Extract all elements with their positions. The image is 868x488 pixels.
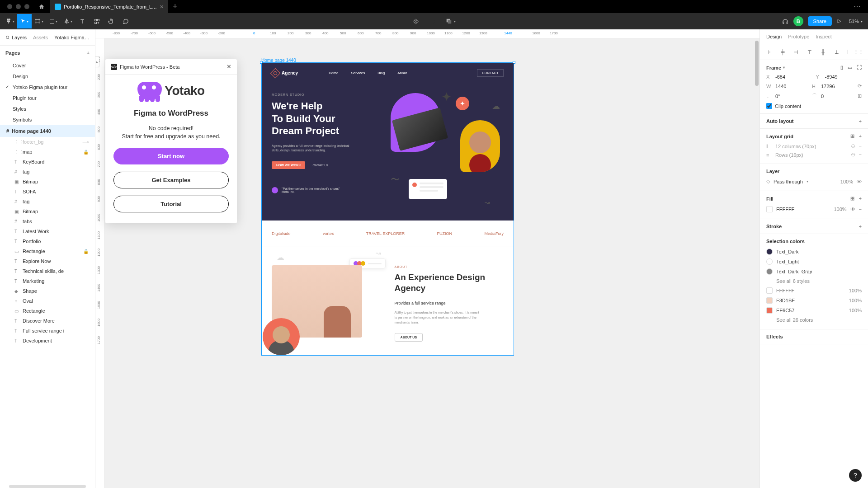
- nav-link[interactable]: About: [397, 71, 407, 75]
- fill-swatch[interactable]: [766, 206, 773, 212]
- layer-item[interactable]: ◆Shape: [0, 286, 95, 296]
- home-tab[interactable]: [35, 0, 48, 13]
- layer-item[interactable]: #tag: [0, 167, 95, 177]
- tutorial-button[interactable]: Tutorial: [113, 196, 229, 212]
- assets-tab[interactable]: Assets: [33, 35, 48, 40]
- prototype-tab[interactable]: Prototype: [788, 34, 809, 39]
- orient-icon[interactable]: ▭: [848, 65, 852, 70]
- constrain-icon[interactable]: ⟳: [858, 83, 862, 89]
- resources-tool[interactable]: [90, 14, 104, 28]
- layer-opacity[interactable]: 100%: [840, 179, 853, 184]
- y-field[interactable]: -8949: [825, 74, 838, 80]
- component-icon[interactable]: [412, 18, 419, 25]
- sc-swatch-2[interactable]: [766, 258, 773, 265]
- design-tab[interactable]: Design: [766, 34, 782, 39]
- sc-name-1[interactable]: Text_Dark: [776, 249, 799, 254]
- page-item[interactable]: Symbols: [0, 114, 95, 125]
- layer-item[interactable]: ○Oval: [0, 296, 95, 306]
- h-field[interactable]: 17296: [821, 84, 835, 89]
- see-all-colors[interactable]: See all 26 colors: [776, 317, 813, 323]
- cta-secondary[interactable]: Contact Us: [312, 164, 328, 167]
- distribute-icon[interactable]: ⋮⋮: [855, 49, 862, 55]
- plugin-close-icon[interactable]: ✕: [226, 63, 231, 70]
- artboard[interactable]: Agency HomeServicesBlogAbout CONTACT MOD…: [261, 62, 514, 356]
- inspect-tab[interactable]: Inspect: [816, 34, 831, 39]
- headphones-icon[interactable]: [782, 18, 789, 25]
- align-hcenter-icon[interactable]: ╪: [780, 49, 786, 55]
- grid-hide-icon-2[interactable]: ⦵: [851, 152, 855, 158]
- fill-opacity[interactable]: 100%: [834, 206, 846, 212]
- w-field[interactable]: 1440: [775, 84, 786, 89]
- layer-item[interactable]: TLatest Work: [0, 226, 95, 236]
- layer-visible-icon[interactable]: 👁: [857, 179, 862, 184]
- grid-hide-icon[interactable]: ⦵: [851, 143, 855, 149]
- fill-styles-icon[interactable]: ⊞: [850, 196, 854, 202]
- align-top-icon[interactable]: ⊤: [807, 49, 813, 55]
- radius-detail-icon[interactable]: ⊞: [858, 93, 862, 99]
- layer-item[interactable]: ⋮⋮footer_bg⟶: [0, 137, 95, 147]
- add-autolayout-icon[interactable]: +: [859, 118, 862, 124]
- boolean-icon[interactable]: ▾: [446, 18, 456, 24]
- fill-visible-icon[interactable]: 👁: [850, 206, 855, 212]
- fill-hex[interactable]: FFFFFF: [776, 206, 794, 212]
- scol-hex-3[interactable]: EF6C57: [776, 308, 794, 313]
- nav-link[interactable]: Home: [329, 71, 338, 75]
- align-left-icon[interactable]: ⊦: [766, 49, 773, 55]
- doc-name[interactable]: Yotako Figma p…: [54, 35, 90, 40]
- page-item[interactable]: Yotako Figma plugin tour: [0, 82, 95, 93]
- add-page-button[interactable]: +: [87, 50, 90, 56]
- add-tab-button[interactable]: +: [168, 2, 182, 11]
- hand-tool[interactable]: [104, 14, 118, 28]
- add-fill-icon[interactable]: +: [859, 196, 862, 202]
- layer-item[interactable]: TMarketing: [0, 276, 95, 286]
- radius-field[interactable]: 0: [821, 94, 824, 99]
- start-now-button[interactable]: Start now: [113, 148, 229, 164]
- layer-scrollbar[interactable]: [9, 485, 86, 488]
- align-bottom-icon[interactable]: ⊥: [834, 49, 840, 55]
- sc-swatch-3[interactable]: [766, 268, 773, 275]
- sc-name-2[interactable]: Text_Light: [776, 259, 799, 264]
- fit-icon[interactable]: ▯: [840, 65, 843, 70]
- page-item[interactable]: Design: [0, 71, 95, 82]
- scol-swatch-1[interactable]: [766, 287, 773, 294]
- sc-swatch-1[interactable]: [766, 249, 773, 255]
- present-button[interactable]: [836, 19, 842, 24]
- contact-button[interactable]: CONTACT: [477, 69, 504, 77]
- add-stroke-icon[interactable]: +: [859, 224, 862, 229]
- layer-item[interactable]: ▭Rectangle: [0, 306, 95, 316]
- fill-remove-icon[interactable]: −: [859, 206, 862, 212]
- tab-overflow-icon[interactable]: ⋯: [850, 2, 864, 11]
- frame-type-label[interactable]: Frame: [766, 65, 781, 70]
- scol-swatch-2[interactable]: [766, 297, 773, 304]
- scol-swatch-3[interactable]: [766, 307, 773, 314]
- grid-remove-icon-2[interactable]: −: [859, 152, 862, 158]
- traffic-close[interactable]: [7, 4, 12, 9]
- blend-mode[interactable]: Pass through: [774, 179, 803, 184]
- grid-rows[interactable]: Rows (16px): [775, 152, 803, 158]
- layer-item[interactable]: TExplore Now: [0, 256, 95, 266]
- grid-remove-icon[interactable]: −: [859, 143, 862, 149]
- sc-name-3[interactable]: Text_Dark_Gray: [776, 269, 812, 274]
- layer-item[interactable]: TSOFA: [0, 187, 95, 197]
- layer-item[interactable]: ▣Bitmap: [0, 177, 95, 187]
- scol-hex-1[interactable]: FFFFFF: [776, 288, 794, 293]
- file-tab[interactable]: Portfolio_Responsive_Template_from_L… ✕: [50, 0, 168, 13]
- layer-item[interactable]: #tag: [0, 197, 95, 206]
- zoom-control[interactable]: 51%▾: [846, 19, 865, 24]
- nav-link[interactable]: Blog: [377, 71, 385, 75]
- scol-hex-2[interactable]: F3D1BF: [776, 298, 795, 303]
- traffic-max[interactable]: [24, 4, 29, 9]
- rotation-field[interactable]: 0°: [775, 94, 780, 99]
- layer-item[interactable]: ▣Bitmap: [0, 206, 95, 216]
- shape-tool[interactable]: ▾: [46, 14, 61, 28]
- page-item[interactable]: Cover: [0, 60, 95, 71]
- add-grid-icon[interactable]: +: [859, 133, 862, 139]
- page-item[interactable]: Plugin tour: [0, 93, 95, 103]
- expand-sidebar-handle[interactable]: ▸: [95, 56, 99, 67]
- close-tab-icon[interactable]: ✕: [160, 4, 164, 10]
- get-examples-button[interactable]: Get Examples: [113, 172, 229, 188]
- resize-fit-icon[interactable]: ⛶: [857, 65, 862, 70]
- align-vcenter-icon[interactable]: ╫: [820, 49, 826, 55]
- page-item[interactable]: Styles: [0, 103, 95, 114]
- clip-checkbox[interactable]: [766, 103, 772, 109]
